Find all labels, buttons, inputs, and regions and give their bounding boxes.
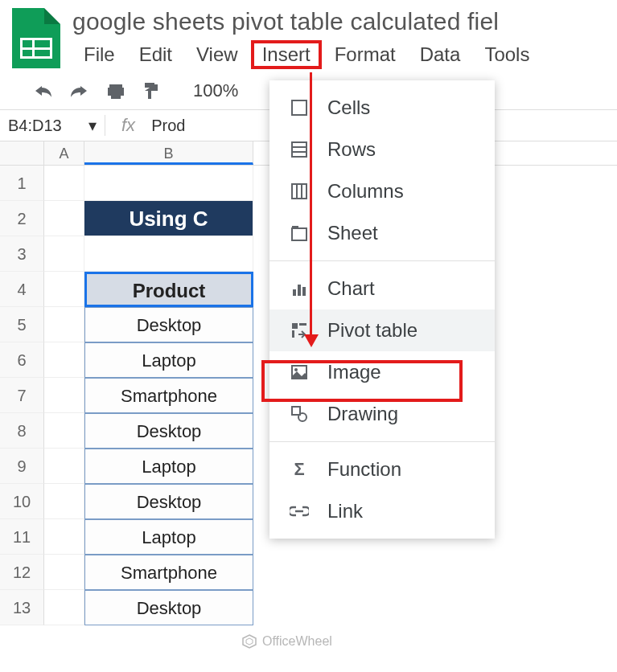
svg-rect-1 [292, 142, 306, 157]
cell[interactable] [44, 590, 84, 625]
cell[interactable] [44, 236, 84, 272]
row-header[interactable]: 6 [0, 342, 44, 378]
table-row[interactable]: Smartphone [84, 378, 253, 413]
insert-dropdown-menu: Cells Rows Columns Sheet Chart Pivot tab… [269, 80, 495, 539]
menu-item-link[interactable]: Link [269, 490, 495, 532]
cells-icon [289, 97, 310, 118]
paint-format-icon[interactable] [142, 81, 161, 100]
rows-icon [289, 139, 310, 160]
cell[interactable] [44, 378, 84, 413]
document-title[interactable]: google sheets pivot table calculated fie… [72, 8, 605, 35]
cell[interactable] [44, 413, 84, 449]
cell[interactable] [44, 166, 84, 201]
menu-item-sheet[interactable]: Sheet [269, 212, 495, 254]
menu-item-drawing[interactable]: Drawing [269, 393, 495, 435]
row-header[interactable]: 12 [0, 555, 44, 590]
menu-item-image[interactable]: Image [269, 351, 495, 393]
menu-divider [269, 441, 495, 442]
menu-file[interactable]: File [72, 40, 126, 69]
svg-marker-20 [246, 638, 253, 645]
table-row[interactable]: Laptop [84, 449, 253, 484]
name-box[interactable]: B4:D13 ▾ [8, 116, 105, 135]
table-row[interactable]: Desktop [84, 307, 253, 342]
menu-view[interactable]: View [185, 40, 249, 69]
svg-point-16 [294, 368, 298, 371]
column-header-b[interactable]: B [84, 141, 253, 165]
table-header-cell[interactable]: Product [84, 272, 253, 307]
sheets-logo-icon[interactable] [12, 8, 60, 68]
menu-item-function[interactable]: Σ Function [269, 449, 495, 490]
menubar: File Edit View Insert Format Data Tools [72, 40, 605, 69]
svg-rect-12 [292, 323, 298, 329]
row-header[interactable]: 2 [0, 201, 44, 236]
row-header[interactable]: 10 [0, 484, 44, 519]
menu-data[interactable]: Data [409, 40, 472, 69]
svg-rect-14 [292, 330, 294, 338]
row-header[interactable]: 9 [0, 449, 44, 484]
link-icon [289, 501, 310, 522]
cell[interactable] [44, 449, 84, 484]
undo-icon[interactable] [32, 83, 53, 99]
menu-item-columns[interactable]: Columns [269, 170, 495, 212]
column-header-a[interactable]: A [44, 141, 84, 165]
row-header[interactable]: 7 [0, 378, 44, 413]
row-header[interactable]: 8 [0, 413, 44, 449]
cell[interactable] [44, 342, 84, 378]
svg-rect-0 [292, 100, 306, 115]
table-row[interactable]: Desktop [84, 590, 253, 625]
cell[interactable] [44, 484, 84, 519]
table-row[interactable]: Desktop [84, 413, 253, 449]
menu-item-label: Cells [327, 96, 370, 119]
svg-rect-11 [302, 287, 306, 296]
cell[interactable] [84, 166, 253, 201]
banner-cell[interactable]: Using C [84, 201, 253, 236]
cell[interactable] [44, 307, 84, 342]
cell[interactable] [44, 201, 84, 236]
formula-input[interactable]: Prod [151, 117, 185, 135]
row-header[interactable]: 11 [0, 519, 44, 555]
menu-item-rows[interactable]: Rows [269, 129, 495, 170]
redo-icon[interactable] [69, 83, 90, 99]
cell[interactable] [44, 519, 84, 555]
menu-insert[interactable]: Insert [251, 40, 322, 69]
menu-item-label: Sheet [327, 222, 378, 244]
row-header[interactable]: 5 [0, 307, 44, 342]
zoom-level[interactable]: 100% [193, 80, 238, 101]
row-header[interactable]: 3 [0, 236, 44, 272]
menu-item-label: Drawing [327, 403, 398, 425]
watermark-icon [241, 633, 257, 649]
table-row[interactable]: Desktop [84, 484, 253, 519]
print-icon[interactable] [106, 81, 125, 100]
name-box-value: B4:D13 [8, 117, 62, 135]
svg-marker-19 [243, 635, 256, 648]
fx-icon: fx [105, 115, 151, 136]
menu-item-chart[interactable]: Chart [269, 268, 495, 309]
cell[interactable] [44, 272, 84, 307]
svg-point-18 [298, 413, 306, 421]
svg-rect-10 [298, 285, 301, 296]
function-icon: Σ [289, 459, 310, 480]
table-row[interactable]: Laptop [84, 519, 253, 555]
row-header[interactable]: 1 [0, 166, 44, 201]
drawing-icon [289, 404, 310, 424]
cell[interactable] [84, 236, 253, 272]
menu-format[interactable]: Format [323, 40, 407, 69]
row-header[interactable]: 13 [0, 590, 44, 625]
menu-item-label: Chart [327, 277, 375, 300]
columns-icon [289, 181, 310, 202]
menu-item-pivot-table[interactable]: Pivot table [269, 309, 495, 351]
cell[interactable] [44, 555, 84, 590]
table-row[interactable]: Smartphone [84, 555, 253, 590]
select-all-corner[interactable] [0, 141, 44, 165]
menu-divider [269, 260, 495, 261]
table-row[interactable]: Laptop [84, 342, 253, 378]
menu-item-cells[interactable]: Cells [269, 87, 495, 129]
menu-item-label: Function [327, 458, 401, 481]
menu-item-label: Rows [327, 138, 376, 161]
menu-tools[interactable]: Tools [473, 40, 541, 69]
menu-edit[interactable]: Edit [128, 40, 183, 69]
svg-rect-8 [292, 226, 298, 229]
menu-item-label: Pivot table [327, 319, 418, 342]
dropdown-icon: ▾ [88, 116, 97, 135]
row-header[interactable]: 4 [0, 272, 44, 307]
